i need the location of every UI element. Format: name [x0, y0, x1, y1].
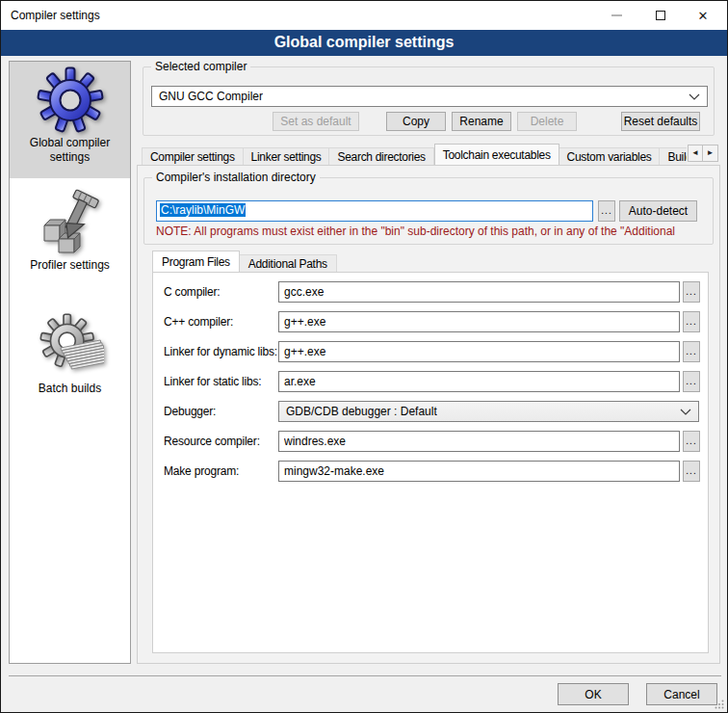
resource-compiler-label: Resource compiler:	[164, 431, 277, 452]
linker-dynamic-browse-button[interactable]: ...	[683, 341, 700, 362]
linker-static-browse-button[interactable]: ...	[683, 371, 700, 392]
tab-toolchain-executables[interactable]: Toolchain executables	[434, 144, 559, 166]
install-dir-input[interactable]: C:\raylib\MinGW	[156, 200, 593, 222]
program-files-tabbar: Program Files Additional Paths	[152, 251, 337, 273]
blue-gear-icon	[37, 66, 104, 134]
sidebar-item-label: Global compiler settings	[10, 136, 130, 165]
linker-dynamic-input[interactable]	[278, 341, 680, 362]
resize-grip[interactable]	[715, 700, 724, 709]
tab-linker-settings[interactable]: Linker settings	[244, 147, 330, 166]
linker-dynamic-label: Linker for dynamic libs:	[164, 341, 277, 362]
close-button[interactable]: ✕	[681, 1, 725, 30]
reset-defaults-button[interactable]: Reset defaults	[621, 112, 700, 131]
make-program-label: Make program:	[164, 461, 277, 482]
installation-directory-group-title: Compiler's installation directory	[152, 171, 320, 185]
debugger-label: Debugger:	[164, 401, 277, 422]
tab-scroll-right-icon[interactable]: ►	[703, 145, 718, 162]
resource-compiler-input[interactable]	[278, 431, 680, 452]
sidebar-item-label: Profiler settings	[10, 258, 130, 273]
compiler-actions: Set as default Copy Rename Delete Reset …	[273, 112, 700, 131]
delete-button[interactable]: Delete	[517, 112, 577, 131]
cpp-compiler-label: C++ compiler:	[164, 311, 277, 332]
debugger-select[interactable]: GDB/CDB debugger : Default	[278, 401, 699, 422]
program-files-page: C compiler: ... C++ compiler: ... Linker…	[152, 272, 709, 653]
sidebar-item-profiler-settings[interactable]: Profiler settings	[10, 184, 130, 292]
field-row-linker-dynamic: Linker for dynamic libs: ...	[153, 341, 708, 362]
settings-category-list: Global compiler settings	[9, 61, 131, 664]
compiler-select-value: GNU GCC Compiler	[159, 90, 263, 103]
field-row-make-program: Make program: ...	[153, 461, 708, 482]
tab-scroll-left-icon[interactable]: ◄	[688, 145, 703, 162]
toolchain-executables-panel: Compiler's installation directory C:\ray…	[137, 165, 720, 664]
chevron-down-icon	[680, 409, 691, 415]
cpp-compiler-input[interactable]	[278, 311, 680, 332]
compiler-settings-dialog: Compiler settings ✕ Global compiler sett…	[0, 0, 728, 713]
minimize-button[interactable]	[594, 1, 638, 30]
tab-search-directories[interactable]: Search directories	[329, 147, 433, 166]
install-dir-selected-text: C:\raylib\MinGW	[160, 203, 246, 217]
minimize-icon	[611, 14, 622, 16]
bin-directory-note: NOTE: All programs must exist either in …	[156, 224, 718, 238]
make-program-input[interactable]	[278, 461, 680, 482]
field-row-resource-compiler: Resource compiler: ...	[153, 431, 708, 452]
install-dir-browse-button[interactable]: ...	[598, 200, 615, 222]
field-row-cpp-compiler: C++ compiler: ...	[153, 311, 708, 332]
selected-compiler-group: Selected compiler GNU GCC Compiler Set a…	[143, 66, 715, 136]
auto-detect-button[interactable]: Auto-detect	[619, 200, 697, 222]
tab-program-files[interactable]: Program Files	[152, 251, 240, 273]
copy-button[interactable]: Copy	[386, 112, 446, 131]
rename-button[interactable]: Rename	[452, 112, 511, 131]
resource-compiler-browse-button[interactable]: ...	[683, 431, 700, 452]
cancel-button[interactable]: Cancel	[646, 683, 717, 705]
maximize-icon	[656, 11, 665, 20]
page-title: Global compiler settings	[1, 30, 727, 56]
tab-custom-variables[interactable]: Custom variables	[559, 147, 661, 166]
cpp-compiler-browse-button[interactable]: ...	[683, 311, 700, 332]
tab-build-options[interactable]: Build options	[660, 147, 687, 166]
c-compiler-label: C compiler:	[164, 281, 277, 303]
ok-button[interactable]: OK	[558, 683, 629, 705]
window-title: Compiler settings	[11, 1, 100, 30]
c-compiler-input[interactable]	[278, 281, 680, 303]
field-row-c-compiler: C compiler: ...	[153, 281, 708, 303]
compiler-select[interactable]: GNU GCC Compiler	[151, 86, 708, 107]
selected-compiler-group-title: Selected compiler	[151, 60, 250, 74]
make-program-browse-button[interactable]: ...	[683, 461, 700, 482]
field-row-linker-static: Linker for static libs: ...	[153, 371, 708, 392]
debugger-select-value: GDB/CDB debugger : Default	[286, 405, 437, 418]
settings-tabbar: Compiler settings Linker settings Search…	[142, 144, 687, 166]
caliper-icon	[37, 189, 104, 256]
field-row-debugger: Debugger: GDB/CDB debugger : Default	[153, 401, 708, 422]
sidebar-item-global-compiler-settings[interactable]: Global compiler settings	[10, 62, 130, 178]
sidebar-item-label: Batch builds	[10, 382, 130, 396]
maximize-button[interactable]	[638, 1, 683, 30]
tab-scroll-buttons: ◄ ►	[688, 145, 718, 162]
c-compiler-browse-button[interactable]: ...	[683, 281, 700, 303]
set-as-default-button[interactable]: Set as default	[273, 112, 359, 131]
titlebar[interactable]: Compiler settings ✕	[1, 1, 727, 30]
chevron-down-icon	[689, 93, 700, 100]
installation-directory-group: Compiler's installation directory C:\ray…	[143, 177, 714, 245]
sidebar-item-batch-builds[interactable]: Batch builds	[10, 307, 130, 415]
footer-divider	[9, 675, 721, 676]
linker-static-label: Linker for static libs:	[164, 371, 277, 392]
tab-compiler-settings[interactable]: Compiler settings	[142, 147, 244, 166]
gray-gear-stack-icon	[37, 312, 104, 380]
tab-additional-paths[interactable]: Additional Paths	[240, 254, 337, 273]
linker-static-input[interactable]	[278, 371, 680, 392]
close-icon: ✕	[698, 10, 709, 22]
